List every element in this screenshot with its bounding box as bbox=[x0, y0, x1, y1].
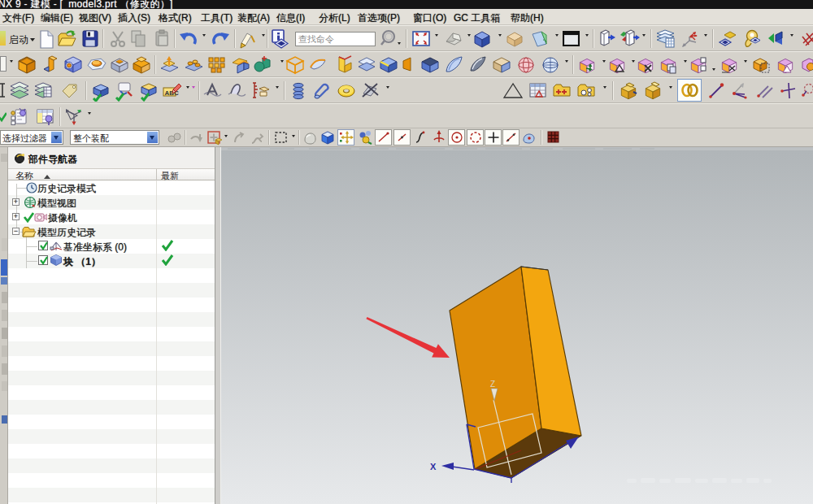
svg-text:Z: Z bbox=[490, 380, 495, 389]
svg-text:X: X bbox=[430, 462, 437, 471]
